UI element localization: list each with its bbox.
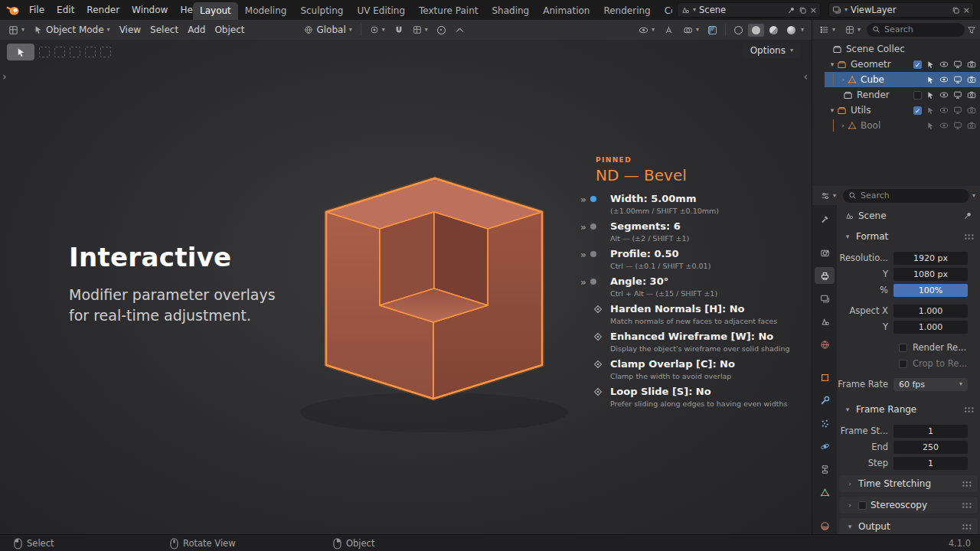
shading-rendered-button[interactable] bbox=[783, 24, 799, 37]
remove-viewlayer-icon[interactable]: × bbox=[963, 6, 970, 15]
tab-render[interactable] bbox=[815, 244, 835, 261]
sidebar-expand-arrow[interactable]: ‹ bbox=[803, 70, 808, 83]
collapse-arrow-icon[interactable]: ▾ bbox=[828, 106, 837, 114]
aspect-x-field[interactable]: 1.000 bbox=[893, 305, 968, 318]
outliner-row-utils[interactable]: ▾ Utils ✓ bbox=[812, 103, 980, 118]
editor-type-button[interactable]: ▾ bbox=[5, 23, 28, 37]
tweak-tool-button[interactable] bbox=[39, 47, 50, 57]
menu-view[interactable]: View bbox=[116, 22, 145, 37]
select-tool-button[interactable] bbox=[7, 44, 34, 60]
selectable-cursor-icon[interactable] bbox=[926, 91, 935, 99]
hide-eye-icon[interactable] bbox=[939, 60, 949, 69]
outliner-row-render[interactable]: Render bbox=[812, 87, 980, 103]
menu-window[interactable]: Window bbox=[126, 0, 174, 20]
tab-object[interactable] bbox=[815, 370, 835, 386]
selectable-cursor-icon[interactable] bbox=[926, 106, 935, 115]
crop-region-checkbox[interactable] bbox=[899, 360, 907, 368]
viewport-3d[interactable]: Options ▾ › ‹ Interactive Modifier param… bbox=[0, 40, 812, 534]
shading-wireframe-button[interactable] bbox=[730, 24, 746, 37]
outliner-row-geometry[interactable]: ▾ Geometr ✓ bbox=[812, 57, 980, 72]
properties-search-input[interactable]: Search bbox=[843, 189, 969, 203]
snap-toggle[interactable] bbox=[390, 23, 407, 37]
tab-animation[interactable]: Animation bbox=[536, 2, 596, 20]
viewlayer-name[interactable]: ViewLayer bbox=[851, 5, 949, 15]
collapse-arrow-icon[interactable]: ▾ bbox=[828, 60, 837, 68]
overlays-dropdown[interactable]: ▾ bbox=[679, 23, 703, 37]
resolution-x-field[interactable]: 1920 px bbox=[893, 252, 968, 265]
outliner-editor-type-button[interactable]: ▾ bbox=[816, 23, 839, 37]
filter-icon[interactable] bbox=[967, 25, 976, 34]
exclude-checkbox[interactable] bbox=[913, 91, 922, 99]
render-camera-icon[interactable] bbox=[967, 121, 976, 130]
hud-toggle-enhanced-wireframe[interactable]: Enhanced Wireframe [W]: No Display the o… bbox=[579, 331, 808, 353]
exclude-checkbox[interactable]: ✓ bbox=[913, 60, 922, 69]
outliner-row-bool[interactable]: › Bool bbox=[812, 118, 980, 133]
viewport-monitor-icon[interactable] bbox=[953, 106, 962, 115]
pivot-point-dropdown[interactable]: ▾ bbox=[366, 23, 389, 37]
tab-particles[interactable] bbox=[815, 416, 835, 432]
outliner-search-input[interactable]: Search bbox=[867, 23, 965, 37]
new-scene-icon[interactable] bbox=[799, 6, 807, 15]
hide-eye-icon[interactable] bbox=[939, 75, 949, 84]
tab-material[interactable] bbox=[815, 517, 835, 534]
cursor-tool-button[interactable] bbox=[100, 47, 111, 57]
stereoscopy-checkbox[interactable] bbox=[858, 501, 867, 510]
menu-edit[interactable]: Edit bbox=[51, 0, 80, 20]
section-frame-range[interactable]: ▾ Frame Range bbox=[837, 401, 980, 418]
shading-solid-button[interactable] bbox=[748, 24, 764, 37]
tab-modifiers[interactable] bbox=[815, 393, 835, 409]
section-time-stretching[interactable]: › Time Stretching bbox=[839, 475, 978, 492]
lasso-select-tool-button[interactable] bbox=[85, 47, 96, 57]
outliner-display-mode-button[interactable]: ▾ bbox=[841, 23, 864, 37]
menu-render[interactable]: Render bbox=[80, 0, 126, 20]
menu-add[interactable]: Add bbox=[184, 22, 209, 37]
tab-layout[interactable]: Layout bbox=[193, 2, 238, 20]
drag-grip-icon[interactable] bbox=[962, 502, 972, 509]
snapping-dropdown[interactable]: ▾ bbox=[409, 23, 432, 37]
viewport-monitor-icon[interactable] bbox=[953, 60, 962, 69]
menu-file[interactable]: File bbox=[23, 0, 51, 20]
hud-toggle-loop-slide[interactable]: Loop Slide [S]: No Prefer sliding along … bbox=[579, 386, 808, 408]
tab-rendering[interactable]: Rendering bbox=[596, 2, 657, 20]
viewport-monitor-icon[interactable] bbox=[953, 90, 962, 99]
hud-toggle-clamp-overlap[interactable]: Clamp Overlap [C]: No Clamp the width to… bbox=[579, 359, 808, 380]
render-region-checkbox[interactable] bbox=[899, 344, 907, 352]
render-camera-icon[interactable] bbox=[967, 106, 976, 115]
frame-start-field[interactable]: 1 bbox=[893, 425, 968, 438]
hud-param-angle[interactable]: » Angle: 30° Ctrl + Alt — (±15 / SHIFT ±… bbox=[579, 276, 808, 298]
aspect-y-field[interactable]: 1.000 bbox=[893, 321, 968, 334]
hide-eye-icon[interactable] bbox=[939, 121, 949, 130]
circle-select-tool-button[interactable] bbox=[70, 47, 80, 57]
outliner-row-cube[interactable]: › Cube bbox=[812, 72, 980, 87]
hud-toggle-harden-normals[interactable]: Harden Normals [H]: No Match normals of … bbox=[579, 304, 808, 325]
new-viewlayer-icon[interactable] bbox=[952, 6, 960, 15]
viewport-monitor-icon[interactable] bbox=[953, 75, 962, 84]
shading-options-chevron-icon[interactable]: ▾ bbox=[801, 27, 804, 33]
visibility-dropdown[interactable]: ▾ bbox=[635, 23, 658, 37]
transform-orientation-dropdown[interactable]: Global ▾ bbox=[300, 22, 355, 37]
scene-browse-icon[interactable] bbox=[681, 5, 690, 15]
shading-material-button[interactable] bbox=[766, 24, 782, 37]
tab-compositing[interactable]: Compo bbox=[658, 2, 672, 20]
resolution-y-field[interactable]: 1080 px bbox=[893, 268, 968, 281]
tab-constraints[interactable] bbox=[815, 461, 835, 478]
section-stereoscopy[interactable]: › Stereoscopy bbox=[839, 497, 978, 514]
menu-object[interactable]: Object bbox=[211, 22, 248, 37]
drag-grip-icon[interactable] bbox=[962, 523, 972, 530]
pin-scene-icon[interactable] bbox=[787, 6, 795, 15]
hud-param-profile[interactable]: » Profile: 0.50 Ctrl — (±0.1 / SHIFT ±0.… bbox=[579, 249, 808, 270]
unlink-scene-icon[interactable]: × bbox=[810, 6, 817, 15]
section-output[interactable]: ▾ Output bbox=[839, 518, 978, 534]
hud-param-width[interactable]: » Width: 5.00mm (±1.00mm / SHIFT ±0.10mm… bbox=[579, 194, 808, 215]
section-format[interactable]: ▾ Format bbox=[837, 228, 980, 245]
hud-param-segments[interactable]: » Segments: 6 Alt — (±2 / SHIFT ±1) bbox=[579, 221, 808, 243]
proportional-edit-toggle[interactable] bbox=[433, 24, 449, 37]
tab-world[interactable] bbox=[815, 336, 835, 353]
box-select-tool-button[interactable] bbox=[54, 47, 65, 57]
gizmos-toggle[interactable] bbox=[660, 23, 678, 37]
render-camera-icon[interactable] bbox=[967, 60, 976, 69]
tab-tool[interactable] bbox=[815, 211, 835, 228]
tab-modeling[interactable]: Modeling bbox=[238, 2, 294, 20]
frame-end-field[interactable]: 250 bbox=[893, 441, 968, 454]
hide-eye-icon[interactable] bbox=[939, 106, 949, 115]
